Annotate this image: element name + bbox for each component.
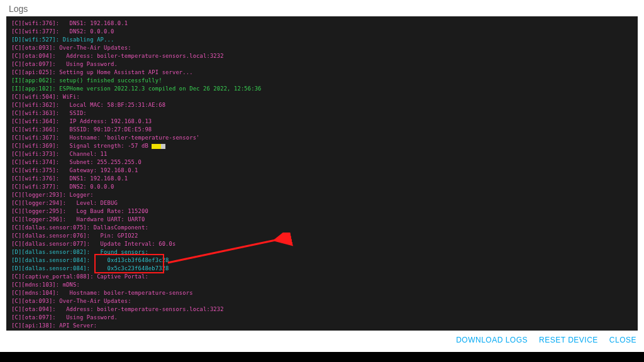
log-line: [I][app:062]: setup() finished successfu…	[11, 77, 633, 85]
log-line: [C][wifi:369]: Signal strength: -57 dB	[11, 142, 633, 150]
log-line: [C][api:139]: Address: boiler-temperatur…	[11, 330, 633, 331]
log-line: [C][wifi:504]: WiFi:	[11, 93, 633, 101]
bottom-strip	[0, 352, 644, 362]
log-line: [C][dallas.sensor:075]: DallasComponent:	[11, 224, 633, 232]
log-line: [C][ota:093]: Over-The-Air Updates:	[11, 297, 633, 305]
log-line: [C][ota:097]: Using Password.	[11, 60, 633, 69]
terminal-wrapper: [C][wifi:376]: DNS1: 192.168.0.1[C][wifi…	[6, 16, 638, 331]
log-line: [C][wifi:366]: BSSID: 90:1D:27:DE:E5:98	[11, 126, 633, 134]
log-line: [C][wifi:362]: Local MAC: 58:BF:25:31:AE…	[11, 101, 633, 109]
log-line: [C][wifi:377]: DNS2: 0.0.0.0	[11, 28, 633, 36]
log-line: [C][ota:094]: Address: boiler-temperatur…	[11, 305, 633, 314]
log-line: [C][api:025]: Setting up Home Assistant …	[11, 69, 633, 77]
page-title: Logs	[0, 0, 644, 16]
log-line: [C][dallas.sensor:076]: Pin: GPIO22	[11, 232, 633, 240]
close-button[interactable]: CLOSE	[609, 336, 636, 344]
log-line: [C][logger:296]: Hardware UART: UART0	[11, 216, 633, 224]
log-line: [C][wifi:364]: IP Address: 192.168.0.13	[11, 118, 633, 126]
download-logs-button[interactable]: DOWNLOAD LOGS	[456, 336, 528, 344]
log-line: [C][wifi:367]: Hostname: 'boiler-tempera…	[11, 134, 633, 142]
log-line: [C][api:138]: API Server:	[11, 322, 633, 330]
log-line: [C][wifi:376]: DNS1: 192.168.0.1	[11, 175, 633, 183]
log-line: [C][logger:294]: Level: DEBUG	[11, 199, 633, 207]
log-line: [I][app:102]: ESPHome version 2022.12.3 …	[11, 85, 633, 93]
log-line: [C][wifi:375]: Gateway: 192.168.0.1	[11, 167, 633, 175]
log-line: [C][wifi:363]: SSID:	[11, 109, 633, 118]
log-line: [C][logger:293]: Logger:	[11, 191, 633, 199]
log-line: [C][mdns:104]: Hostname: boiler-temperat…	[11, 289, 633, 297]
log-line: [C][wifi:377]: DNS2: 0.0.0.0	[11, 183, 633, 191]
log-line: [C][logger:295]: Log Baud Rate: 115200	[11, 207, 633, 216]
log-line: [C][wifi:373]: Channel: 11	[11, 150, 633, 158]
log-line: [C][ota:097]: Using Password.	[11, 314, 633, 322]
signal-strength-bar	[152, 144, 165, 149]
log-line: [C][wifi:376]: DNS1: 192.168.0.1	[11, 19, 633, 28]
reset-device-button[interactable]: RESET DEVICE	[539, 336, 598, 344]
log-line: [C][ota:093]: Over-The-Air Updates:	[11, 44, 633, 52]
log-line: [C][dallas.sensor:077]: Update Interval:…	[11, 240, 633, 248]
log-line: [C][ota:094]: Address: boiler-temperatur…	[11, 52, 633, 60]
log-line: [D][dallas.sensor:084]: 0x5c3c23f648eb73…	[11, 265, 633, 273]
log-line: [D][wifi:527]: Disabling AP...	[11, 36, 633, 44]
log-line: [C][captive_portal:088]: Captive Portal:	[11, 273, 633, 281]
footer-actions: DOWNLOAD LOGS RESET DEVICE CLOSE	[456, 336, 636, 344]
log-line: [D][dallas.sensor:084]: 0xd13cb3f648ef3c…	[11, 256, 633, 265]
log-line: [C][wifi:374]: Subnet: 255.255.255.0	[11, 158, 633, 167]
log-line: [C][mdns:103]: mDNS:	[11, 281, 633, 289]
log-line: [D][dallas.sensor:082]: Found sensors:	[11, 248, 633, 256]
log-output[interactable]: [C][wifi:376]: DNS1: 192.168.0.1[C][wifi…	[6, 16, 638, 331]
